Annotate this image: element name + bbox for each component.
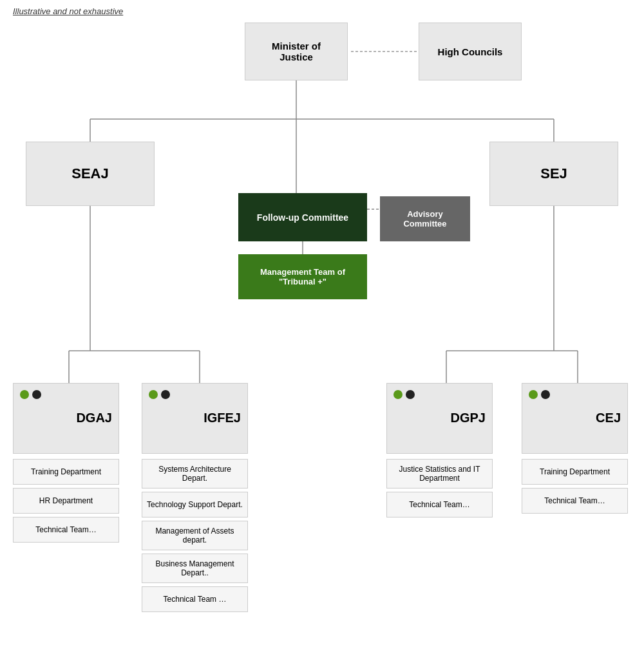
- dgpj-subitems: Justice Statistics and IT Department Tec…: [386, 459, 493, 517]
- igfej-dot-green: [149, 390, 158, 399]
- page-container: Illustrative and not exhaustive: [0, 0, 644, 652]
- minister-label: Minister ofJustice: [272, 41, 321, 62]
- high-councils-box: High Councils: [419, 23, 522, 80]
- connectors-svg: [6, 23, 638, 652]
- followup-label: Follow-up Committee: [257, 212, 348, 223]
- seaj-box: SEAJ: [26, 142, 155, 206]
- dgaj-dot-black: [32, 390, 41, 399]
- dgpj-box: DGPJ: [386, 383, 493, 454]
- sej-label: SEJ: [540, 165, 567, 182]
- igfej-box: IGFEJ: [142, 383, 248, 454]
- dgpj-dot-green: [393, 390, 402, 399]
- list-item: Technical Team …: [142, 586, 248, 612]
- dgpj-dots: [393, 390, 415, 399]
- subtitle: Illustrative and not exhaustive: [13, 6, 638, 16]
- dgaj-box: DGAJ: [13, 383, 119, 454]
- followup-committee-box: Follow-up Committee: [238, 193, 367, 241]
- cej-subitems: Training Department Technical Team…: [522, 459, 628, 514]
- management-team-box: Management Team of"Tribunal +": [238, 254, 367, 299]
- seaj-label: SEAJ: [71, 165, 108, 182]
- dgaj-subitems: Training Department HR Department Techni…: [13, 459, 119, 543]
- list-item: Justice Statistics and IT Department: [386, 459, 493, 489]
- list-item: Technology Support Depart.: [142, 492, 248, 517]
- cej-section: CEJ Training Department Technical Team…: [522, 383, 628, 514]
- cej-dot-green: [529, 390, 538, 399]
- list-item: Technical Team…: [13, 517, 119, 543]
- cej-box: CEJ: [522, 383, 628, 454]
- list-item: HR Department: [13, 488, 119, 514]
- cej-dots: [529, 390, 550, 399]
- list-item: Technical Team…: [522, 488, 628, 514]
- list-item: Training Department: [13, 459, 119, 485]
- igfej-label: IGFEJ: [204, 411, 241, 425]
- igfej-section: IGFEJ Systems Architecture Depart. Techn…: [142, 383, 248, 612]
- igfej-dots: [149, 390, 170, 399]
- dgpj-dot-black: [406, 390, 415, 399]
- list-item: Systems Architecture Depart.: [142, 459, 248, 489]
- org-chart: Minister ofJustice High Councils SEAJ SE…: [6, 23, 638, 652]
- igfej-subitems: Systems Architecture Depart. Technology …: [142, 459, 248, 612]
- list-item: Management of Assets depart.: [142, 521, 248, 550]
- cej-label: CEJ: [596, 411, 621, 425]
- list-item: Training Department: [522, 459, 628, 485]
- dgaj-section: DGAJ Training Department HR Department T…: [13, 383, 119, 543]
- dgaj-label: DGAJ: [76, 411, 112, 425]
- igfej-dot-black: [161, 390, 170, 399]
- cej-dot-black: [541, 390, 550, 399]
- dashed-link-svg: [367, 206, 386, 212]
- advisory-committee-box: AdvisoryCommittee: [380, 196, 470, 241]
- high-councils-label: High Councils: [438, 46, 503, 57]
- dgpj-label: DGPJ: [451, 411, 486, 425]
- sej-box: SEJ: [489, 142, 618, 206]
- dgpj-section: DGPJ Justice Statistics and IT Departmen…: [386, 383, 493, 517]
- dgaj-dot-green: [20, 390, 29, 399]
- list-item: Business Management Depart..: [142, 554, 248, 583]
- minister-of-justice-box: Minister ofJustice: [245, 23, 348, 80]
- dgaj-dots: [20, 390, 41, 399]
- list-item: Technical Team…: [386, 492, 493, 517]
- management-label: Management Team of"Tribunal +": [260, 267, 345, 286]
- advisory-label: AdvisoryCommittee: [403, 209, 446, 228]
